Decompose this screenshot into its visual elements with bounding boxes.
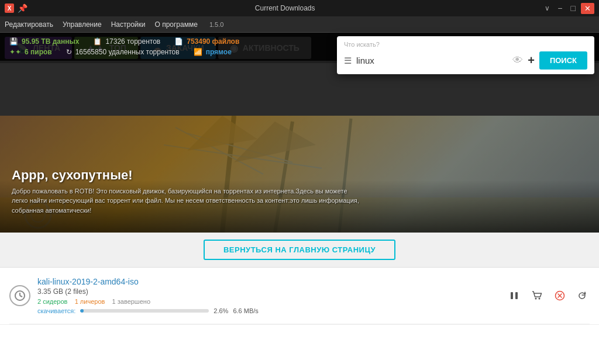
cart-button[interactable]	[529, 288, 545, 303]
back-to-home-button[interactable]: ВЕРНУТЬСЯ НА ГЛАВНУЮ СТРАНИЦУ	[204, 240, 395, 260]
chevron-down-icon[interactable]: ∨	[542, 3, 552, 13]
window-title: Current Downloads	[27, 4, 542, 12]
search-hint: Что искать?	[344, 41, 587, 48]
pause-button[interactable]	[507, 288, 522, 303]
back-button-row: ВЕРНУТЬСЯ НА ГЛАВНУЮ СТРАНИЦУ	[0, 233, 599, 268]
stat-removed: ↻ 16565850 удаленных торрентов	[66, 48, 180, 56]
download-info: kali-linux-2019-2-amd64-iso 3.35 GB (2 f…	[37, 277, 500, 314]
hero-content: Аррр, сухопутные! Добро пожаловать в ROT…	[12, 168, 599, 216]
stat-data: 💾 95.95 ТВ данных	[9, 37, 79, 46]
app-logo: X	[5, 4, 14, 13]
pin-icon[interactable]: 📌	[18, 4, 27, 13]
search-overlay: Что искать? ☰ 👁 + ПОИСК	[337, 36, 594, 74]
seeders-count: 2 сидеров	[37, 298, 67, 305]
download-progress-row: скачивается: 2.6% 6.6 MB/s	[37, 307, 500, 314]
titlebar-left: X 📌	[5, 4, 27, 13]
svg-point-19	[539, 298, 541, 300]
menu-about[interactable]: О программе	[154, 20, 197, 29]
removed-icon: ↻	[66, 48, 72, 56]
download-speed: 6.6 MB/s	[233, 307, 258, 314]
download-progress-bar	[80, 309, 209, 313]
maximize-button[interactable]: □	[568, 2, 579, 14]
download-percent: 2.6%	[214, 307, 228, 314]
download-list: kali-linux-2019-2-amd64-iso 3.35 GB (2 f…	[0, 268, 599, 324]
remove-button[interactable]	[552, 288, 567, 303]
menu-manage[interactable]: Управление	[63, 20, 102, 29]
menu-settings[interactable]: Настройки	[111, 20, 146, 29]
close-button[interactable]: ✕	[581, 3, 594, 14]
peers-icon: ✦✦	[9, 48, 21, 56]
stat-files: 📄 753490 файлов	[174, 37, 239, 46]
search-input[interactable]	[356, 56, 508, 65]
leechers-count: 1 личеров	[75, 298, 105, 305]
stat-peers: ✦✦ 6 пиров	[9, 48, 52, 56]
download-size: 3.35 GB (2 files)	[37, 287, 500, 296]
download-actions	[507, 288, 590, 303]
menu-edit[interactable]: Редактировать	[5, 20, 53, 29]
refresh-button[interactable]	[574, 288, 590, 303]
stat-direct: 📶 прямое	[194, 48, 232, 56]
download-peers: 2 сидеров 1 личеров 1 завершено	[37, 298, 500, 305]
hero-text: Добро пожаловать в ROTB! Это поисковый д…	[12, 186, 363, 216]
filter-icon[interactable]: ☰	[344, 56, 352, 66]
download-name[interactable]: kali-linux-2019-2-amd64-iso	[37, 277, 500, 286]
titlebar: X 📌 Current Downloads ∨ − □ ✕	[0, 0, 599, 16]
svg-rect-17	[515, 292, 518, 299]
download-status-label: скачивается:	[37, 307, 75, 314]
svg-line-15	[20, 296, 22, 297]
database-icon: 💾	[9, 37, 18, 46]
window-controls: ∨ − □ ✕	[542, 2, 594, 14]
files-icon: 📄	[174, 37, 183, 46]
download-clock-icon	[9, 285, 30, 306]
wifi-icon: 📶	[194, 48, 202, 56]
minimize-button[interactable]: −	[555, 2, 565, 14]
add-icon[interactable]: +	[528, 54, 535, 67]
completed-count: 1 завершено	[112, 298, 150, 305]
download-progress-fill	[80, 309, 84, 313]
app-version: 1.5.0	[209, 21, 223, 28]
bottom-area	[0, 324, 599, 364]
hero-banner: Аррр, сухопутные! Добро пожаловать в ROT…	[0, 116, 599, 233]
svg-point-18	[535, 298, 537, 300]
stat-torrents: 📋 17326 торрентов	[93, 37, 160, 46]
search-row: ☰ 👁 + ПОИСК	[344, 51, 587, 70]
table-row: kali-linux-2019-2-amd64-iso 3.35 GB (2 f…	[9, 268, 590, 324]
svg-point-23	[584, 293, 586, 294]
svg-rect-16	[511, 292, 513, 299]
torrent-icon: 📋	[93, 37, 102, 46]
menubar: Редактировать Управление Настройки О про…	[0, 16, 599, 33]
hero-title: Аррр, сухопутные!	[12, 168, 599, 183]
search-button[interactable]: ПОИСК	[539, 51, 587, 70]
eye-icon[interactable]: 👁	[512, 54, 523, 67]
